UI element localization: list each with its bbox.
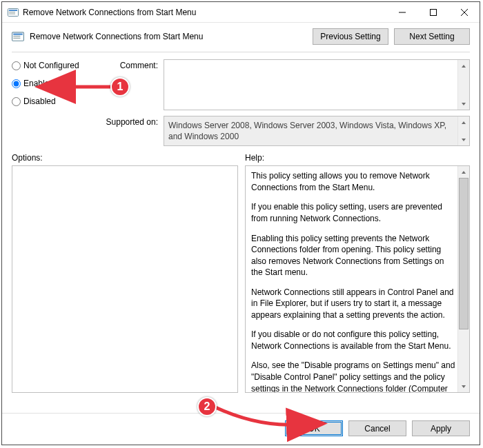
config-area: Not Configured Enabled Disabled Comment: [2,57,480,146]
help-label: Help: [245,153,264,163]
radio-not-configured-label: Not Configured [23,61,79,70]
svg-rect-1 [9,10,17,11]
radio-enabled-label: Enabled [23,79,54,88]
radio-disabled[interactable]: Disabled [12,96,95,106]
options-content [12,166,237,392]
scrollbar[interactable] [457,60,469,110]
scroll-up-icon[interactable] [458,60,469,72]
titlebar: Remove Network Connections from Start Me… [2,2,480,23]
scrollbar-thumb[interactable] [459,178,469,329]
supported-on-label: Supported on: [101,116,158,127]
previous-setting-button[interactable]: Previous Setting [313,28,388,45]
panes: This policy setting allows you to remove… [2,165,480,407]
help-paragraph: Network Connections still appears in Con… [251,287,455,321]
comment-box [164,59,470,110]
maximize-button[interactable] [417,2,448,22]
svg-marker-17 [462,385,466,388]
svg-marker-14 [462,121,466,124]
scroll-up-icon[interactable] [458,166,469,178]
policy-icon [8,7,19,18]
scroll-up-icon[interactable] [458,116,469,128]
scroll-down-icon[interactable] [458,98,469,110]
cancel-button[interactable]: Cancel [348,420,406,436]
ok-button[interactable]: OK [285,420,343,436]
scrollbar[interactable] [457,166,469,392]
toolbar: Remove Network Connections from Start Me… [2,23,480,49]
scrollbar[interactable] [457,116,469,145]
options-label: Options: [12,153,238,163]
scroll-down-icon[interactable] [458,134,469,145]
svg-rect-10 [13,36,20,37]
policy-icon [12,30,24,43]
help-paragraph: Also, see the "Disable programs on Setti… [251,360,455,392]
svg-rect-11 [13,38,20,39]
dialog-buttons: OK Cancel Apply [2,413,480,445]
svg-marker-12 [462,65,466,68]
help-content: This policy setting allows you to remove… [246,166,457,392]
pane-labels: Options: Help: [2,146,480,165]
svg-marker-16 [462,171,466,174]
apply-button[interactable]: Apply [412,420,470,436]
help-pane: This policy setting allows you to remove… [245,165,470,393]
svg-rect-3 [9,13,15,14]
comment-label: Comment: [101,59,158,70]
divider [12,52,470,52]
supported-on-box: Windows Server 2008, Windows Server 2003… [164,116,470,146]
help-paragraph: If you disable or do not configure this … [251,329,455,352]
dialog-window: Remove Network Connections from Start Me… [1,1,480,445]
close-button[interactable] [448,2,480,22]
svg-rect-2 [9,12,15,12]
comment-textarea[interactable] [164,60,457,110]
supported-on-text: Windows Server 2008, Windows Server 2003… [164,116,457,145]
radio-enabled-input[interactable] [12,79,21,88]
radio-not-configured-input[interactable] [12,61,21,70]
svg-marker-13 [462,103,466,105]
options-pane [12,165,238,393]
radio-disabled-label: Disabled [23,96,56,106]
svg-marker-15 [462,139,466,141]
radio-enabled[interactable]: Enabled [12,79,95,88]
svg-rect-9 [13,34,23,35]
policy-name-label: Remove Network Connections from Start Me… [30,32,313,41]
next-setting-button[interactable]: Next Setting [394,28,470,45]
radio-disabled-input[interactable] [12,97,21,106]
help-paragraph: This policy setting allows you to remove… [251,170,455,193]
window-controls [386,2,480,22]
radio-not-configured[interactable]: Not Configured [12,61,95,70]
svg-rect-5 [430,9,436,15]
scroll-down-icon[interactable] [458,380,469,392]
window-title: Remove Network Connections from Start Me… [23,8,386,17]
help-paragraph: Enabling this policy setting prevents th… [251,233,455,278]
help-paragraph: If you enable this policy setting, users… [251,201,455,224]
minimize-button[interactable] [386,2,417,22]
state-radios: Not Configured Enabled Disabled [12,59,95,146]
